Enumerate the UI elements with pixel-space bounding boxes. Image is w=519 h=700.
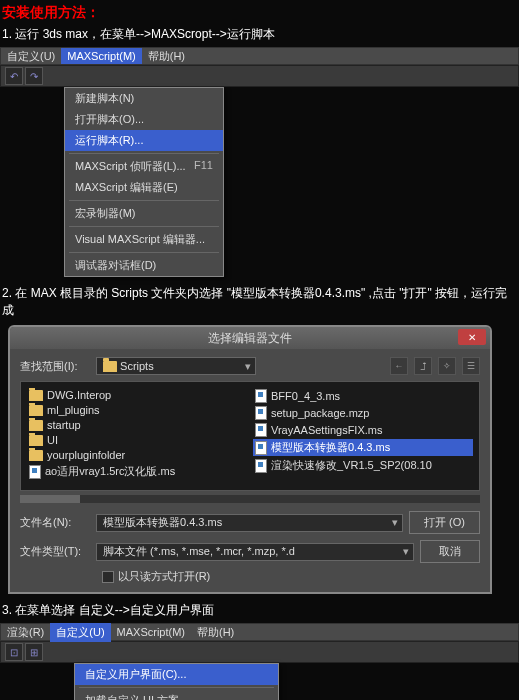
menu-item[interactable]: 加载自定义 UI 方案... [75,690,278,700]
file-name: ml_plugins [47,404,100,416]
menu-item-label: 打开脚本(O)... [75,112,144,127]
menu-item-label: 新建脚本(N) [75,91,134,106]
lookin-label: 查找范围(I): [20,359,90,374]
file-name: DWG.Interop [47,389,111,401]
toolbar-1: ↶ ↷ [0,65,519,87]
file-item[interactable]: 模型版本转换器0.4.3.ms [253,439,473,456]
readonly-checkbox[interactable] [102,571,114,583]
file-col-right: BFF0_4_3.mssetup_package.mzpVrayAASettin… [253,388,473,484]
lookin-value: Scripts [120,360,154,372]
dialog-title-text: 选择编辑器文件 [208,330,292,347]
file-item[interactable]: ml_plugins [27,403,247,417]
menu-item[interactable]: 自定义用户界面(C)... [75,664,278,685]
folder-icon [29,450,43,461]
tool-a-icon[interactable]: ⊡ [5,643,23,661]
script-icon [255,406,267,420]
script-icon [255,423,267,437]
file-item[interactable]: startup [27,418,247,432]
file-name: yourpluginfolder [47,449,125,461]
menu-item-label: 宏录制器(M) [75,206,136,221]
file-name: UI [47,434,58,446]
menu-item-label: 运行脚本(R)... [75,133,143,148]
file-dialog: 选择编辑器文件 ✕ 查找范围(I): Scripts ← ⮥ ✧ ☰ DWG.I… [8,325,492,594]
file-list-area: DWG.Interopml_pluginsstartupUIyourplugin… [20,381,480,491]
file-name: 模型版本转换器0.4.3.ms [271,440,390,455]
menu-item-label: MAXScript 侦听器(L)... [75,159,186,174]
menu-item-label: MAXScript 编辑器(E) [75,180,178,195]
menu-item[interactable]: 宏录制器(M) [65,203,223,224]
views-icon[interactable]: ☰ [462,357,480,375]
menubar-3: 渲染(R) 自定义(U) MAXScript(M) 帮助(H) [0,623,519,641]
filetype-combo[interactable]: 脚本文件 (*.ms, *.mse, *.mcr, *.mzp, *.d [96,543,414,561]
filename-input[interactable]: 模型版本转换器0.4.3.ms [96,514,403,532]
tool-undo-icon[interactable]: ↶ [5,67,23,85]
menu-separator [69,153,219,154]
menu-item[interactable]: MAXScript 侦听器(L)...F11 [65,156,223,177]
readonly-label: 以只读方式打开(R) [118,569,210,584]
menu-item[interactable]: 调试器对话框(D) [65,255,223,276]
folder-icon [29,390,43,401]
file-name: ao适用vray1.5rc汉化版.ms [45,464,175,479]
customize-dropdown: 自定义用户界面(C)...加载自定义 UI 方案...保存自定义 UI 方案..… [74,663,279,700]
filename-value: 模型版本转换器0.4.3.ms [103,515,222,530]
step3-text: 3. 在菜单选择 自定义-->自定义用户界面 [0,600,519,623]
menu-item[interactable]: 打开脚本(O)... [65,109,223,130]
section-step3: 3. 在菜单选择 自定义-->自定义用户界面 渲染(R) 自定义(U) MAXS… [0,600,519,700]
file-name: startup [47,419,81,431]
menu-help-3[interactable]: 帮助(H) [191,623,240,642]
menu-item[interactable]: 新建脚本(N) [65,88,223,109]
newfolder-icon[interactable]: ✧ [438,357,456,375]
toolbar-3: ⊡ ⊞ [0,641,519,663]
close-button[interactable]: ✕ [458,329,486,345]
script-icon [29,465,41,479]
file-item[interactable]: VrayAASettingsFIX.ms [253,422,473,438]
open-button[interactable]: 打开 (O) [409,511,480,534]
cancel-button[interactable]: 取消 [420,540,480,563]
menu-item[interactable]: Visual MAXScript 编辑器... [65,229,223,250]
hscroll[interactable] [20,495,480,503]
folder-icon [103,361,117,372]
menu-separator [69,226,219,227]
file-col-left: DWG.Interopml_pluginsstartupUIyourplugin… [27,388,247,484]
tool-b-icon[interactable]: ⊞ [25,643,43,661]
file-item[interactable]: ao适用vray1.5rc汉化版.ms [27,463,247,480]
up-icon[interactable]: ⮥ [414,357,432,375]
section-step2: 2. 在 MAX 根目录的 Scripts 文件夹内选择 "模型版本转换器0.4… [0,283,519,594]
menu-customize[interactable]: 自定义(U) [1,47,61,66]
step2-text: 2. 在 MAX 根目录的 Scripts 文件夹内选择 "模型版本转换器0.4… [0,283,519,323]
menu-item-label: 加载自定义 UI 方案... [85,693,188,700]
file-name: setup_package.mzp [271,407,369,419]
filetype-value: 脚本文件 (*.ms, *.mse, *.mcr, *.mzp, *.d [103,544,295,559]
menu-item[interactable]: 运行脚本(R)... [65,130,223,151]
folder-icon [29,435,43,446]
file-item[interactable]: setup_package.mzp [253,405,473,421]
file-item[interactable]: yourpluginfolder [27,448,247,462]
lookin-combo[interactable]: Scripts [96,357,256,375]
menu-render[interactable]: 渲染(R) [1,623,50,642]
file-name: 渲染快速修改_VR1.5_SP2(08.10 [271,458,432,473]
folder-icon [29,405,43,416]
tool-redo-icon[interactable]: ↷ [25,67,43,85]
page-title: 安装使用方法： [0,0,519,24]
menu-item-label: 自定义用户界面(C)... [85,667,186,682]
file-item[interactable]: BFF0_4_3.ms [253,388,473,404]
file-item[interactable]: DWG.Interop [27,388,247,402]
menu-separator [69,252,219,253]
file-item[interactable]: UI [27,433,247,447]
menu-item[interactable]: MAXScript 编辑器(E) [65,177,223,198]
folder-icon [29,420,43,431]
menu-item-label: Visual MAXScript 编辑器... [75,232,205,247]
menubar-1: 自定义(U) MAXScript(M) 帮助(H) [0,47,519,65]
hscroll-thumb[interactable] [20,495,80,503]
back-icon[interactable]: ← [390,357,408,375]
file-name: BFF0_4_3.ms [271,390,340,402]
menu-maxscript[interactable]: MAXScript(M) [61,48,141,64]
menu-customize-3[interactable]: 自定义(U) [50,623,110,642]
file-item[interactable]: 渲染快速修改_VR1.5_SP2(08.10 [253,457,473,474]
menu-separator [79,687,274,688]
script-icon [255,389,267,403]
menu-help[interactable]: 帮助(H) [142,47,191,66]
script-icon [255,441,267,455]
dialog-titlebar: 选择编辑器文件 ✕ [10,327,490,349]
menu-maxscript-3[interactable]: MAXScript(M) [111,624,191,640]
